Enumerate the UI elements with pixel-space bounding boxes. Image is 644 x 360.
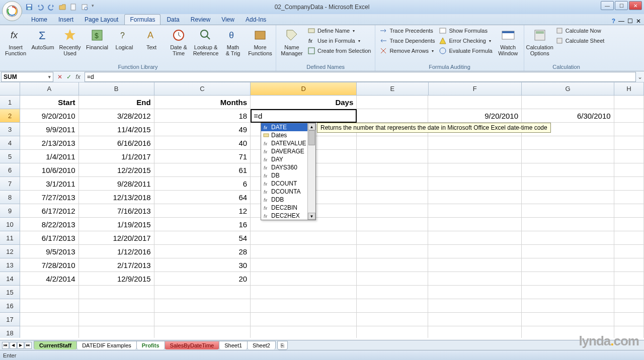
cell[interactable]: Start bbox=[20, 96, 79, 109]
cell[interactable] bbox=[154, 313, 251, 326]
row-header-12[interactable]: 12 bbox=[0, 245, 20, 258]
redo-icon[interactable] bbox=[47, 3, 55, 11]
cell[interactable] bbox=[357, 96, 428, 109]
cell[interactable] bbox=[357, 258, 428, 272]
cell[interactable] bbox=[614, 150, 644, 163]
cell[interactable] bbox=[154, 286, 251, 299]
logical-button[interactable]: ?Logical bbox=[112, 26, 137, 51]
cell[interactable] bbox=[614, 218, 644, 231]
cell[interactable]: 1/19/2015 bbox=[79, 218, 154, 231]
cell[interactable] bbox=[357, 313, 428, 326]
cell[interactable] bbox=[614, 96, 644, 109]
tab-formulas[interactable]: Formulas bbox=[124, 14, 160, 25]
column-header-H[interactable]: H bbox=[614, 82, 644, 96]
cell[interactable] bbox=[614, 123, 644, 136]
tab-data[interactable]: Data bbox=[162, 15, 184, 25]
function-autocomplete-dropdown[interactable]: fxDATEDatesfxDATEVALUEfxDAVERAGEfxDAYfxD… bbox=[261, 123, 316, 220]
cell[interactable] bbox=[522, 204, 614, 218]
cell[interactable]: 71 bbox=[154, 150, 251, 163]
save-icon[interactable] bbox=[25, 3, 33, 11]
row-header-10[interactable]: 10 bbox=[0, 218, 20, 231]
fx-icon[interactable]: fx bbox=[74, 73, 82, 80]
autosum-button[interactable]: ΣAutoSum bbox=[30, 26, 55, 51]
cell[interactable] bbox=[614, 109, 644, 123]
cell[interactable]: 2/13/2013 bbox=[20, 136, 79, 150]
close-button[interactable]: ✕ bbox=[629, 1, 642, 10]
cell[interactable] bbox=[522, 258, 614, 272]
cell[interactable] bbox=[614, 136, 644, 150]
cell[interactable] bbox=[20, 313, 79, 326]
cell[interactable]: 16 bbox=[154, 218, 251, 231]
more-functions-button[interactable]: More Functions bbox=[248, 26, 273, 57]
cell[interactable]: Days bbox=[251, 96, 357, 109]
cell[interactable] bbox=[357, 218, 428, 231]
cell[interactable] bbox=[614, 231, 644, 245]
cell[interactable]: 18 bbox=[154, 109, 251, 123]
cancel-icon[interactable]: ✕ bbox=[56, 73, 63, 80]
prev-sheet-icon[interactable]: ◀ bbox=[10, 342, 17, 349]
cell[interactable] bbox=[357, 150, 428, 163]
row-header-14[interactable]: 14 bbox=[0, 272, 20, 286]
cell[interactable] bbox=[428, 326, 522, 338]
row-header-13[interactable]: 13 bbox=[0, 258, 20, 272]
cell[interactable] bbox=[428, 231, 522, 245]
cell[interactable] bbox=[428, 204, 522, 218]
cell[interactable] bbox=[251, 109, 357, 123]
cell[interactable]: 20 bbox=[154, 272, 251, 286]
cell[interactable] bbox=[428, 191, 522, 204]
column-header-E[interactable]: E bbox=[357, 82, 428, 96]
cell[interactable] bbox=[79, 313, 154, 326]
text-button[interactable]: AText bbox=[139, 26, 164, 51]
cell[interactable] bbox=[522, 191, 614, 204]
name-manager-button[interactable]: Name Manager bbox=[279, 26, 304, 57]
formula-input[interactable]: =d bbox=[85, 72, 636, 82]
column-header-A[interactable]: A bbox=[20, 82, 79, 96]
calculate-now-button[interactable]: Calculate Now bbox=[554, 26, 606, 35]
row-header-4[interactable]: 4 bbox=[0, 136, 20, 150]
cell[interactable] bbox=[428, 136, 522, 150]
cell[interactable] bbox=[428, 150, 522, 163]
cell[interactable]: 6/17/2012 bbox=[20, 204, 79, 218]
open-icon[interactable] bbox=[58, 3, 66, 11]
cell[interactable] bbox=[522, 218, 614, 231]
row-header-18[interactable]: 18 bbox=[0, 326, 20, 338]
cell[interactable]: 6/30/2010 bbox=[522, 109, 614, 123]
create-from-selection-button[interactable]: Create from Selection bbox=[306, 46, 372, 55]
maximize-button[interactable]: ☐ bbox=[615, 1, 628, 10]
cell[interactable] bbox=[614, 163, 644, 177]
dropdown-scrollbar[interactable]: ▲ ▼ bbox=[307, 123, 315, 220]
print-preview-icon[interactable] bbox=[80, 3, 89, 11]
cell[interactable] bbox=[154, 326, 251, 338]
enter-icon[interactable]: ✓ bbox=[65, 73, 72, 80]
cell[interactable] bbox=[522, 231, 614, 245]
new-icon[interactable] bbox=[69, 3, 77, 11]
date-time-button[interactable]: Date & Time bbox=[166, 26, 191, 57]
cell[interactable]: 9/5/2013 bbox=[20, 245, 79, 258]
cell[interactable] bbox=[251, 245, 357, 258]
sheet-tab-datedif-examples[interactable]: DATEDIF Examples bbox=[76, 341, 137, 349]
cell[interactable] bbox=[428, 272, 522, 286]
cell[interactable]: 12/2/2015 bbox=[79, 163, 154, 177]
recently-used-button[interactable]: Recently Used bbox=[57, 26, 83, 57]
cell[interactable]: 6 bbox=[154, 177, 251, 191]
row-header-11[interactable]: 11 bbox=[0, 231, 20, 245]
tab-home[interactable]: Home bbox=[26, 15, 52, 25]
cell[interactable]: 9/20/2010 bbox=[428, 109, 522, 123]
column-header-D[interactable]: D bbox=[251, 82, 357, 96]
show-formulas-button[interactable]: Show Formulas bbox=[438, 26, 493, 35]
cell[interactable]: 12/13/2018 bbox=[79, 191, 154, 204]
cell[interactable]: 12 bbox=[154, 204, 251, 218]
cell[interactable]: 11/4/2015 bbox=[79, 123, 154, 136]
cell[interactable]: Months bbox=[154, 96, 251, 109]
cell[interactable] bbox=[251, 258, 357, 272]
tab-page-layout[interactable]: Page Layout bbox=[79, 15, 123, 25]
cell[interactable]: 1/1/2017 bbox=[79, 150, 154, 163]
minimize-button[interactable]: — bbox=[601, 1, 614, 10]
row-header-15[interactable]: 15 bbox=[0, 286, 20, 299]
use-in-formula-button[interactable]: fxUse in Formula▾ bbox=[306, 36, 372, 45]
cell[interactable]: 10/6/2010 bbox=[20, 163, 79, 177]
cell[interactable]: 12/20/2017 bbox=[79, 231, 154, 245]
cell[interactable]: 3/1/2011 bbox=[20, 177, 79, 191]
row-header-9[interactable]: 9 bbox=[0, 204, 20, 218]
cell[interactable] bbox=[357, 286, 428, 299]
